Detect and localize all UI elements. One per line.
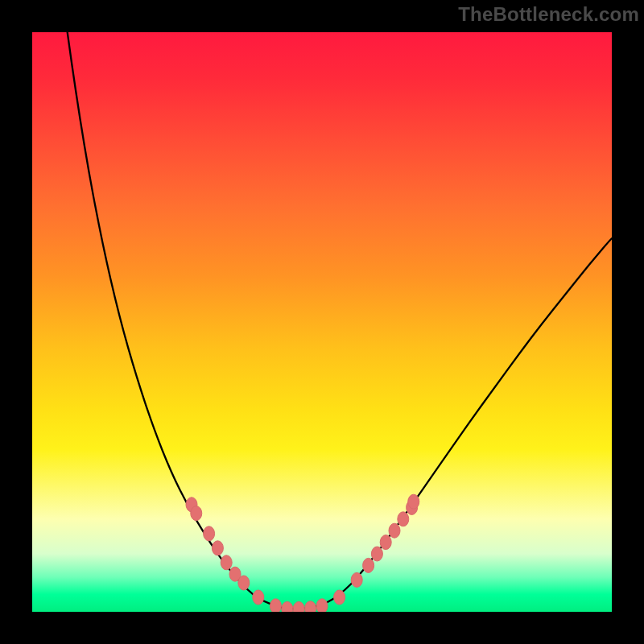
bottleneck-curve <box>32 32 612 609</box>
curve-marker <box>398 512 409 526</box>
watermark-text: TheBottleneck.com <box>458 3 639 26</box>
plot-svg <box>32 32 612 612</box>
curve-marker <box>293 601 304 612</box>
curve-marker <box>305 601 316 612</box>
curve-marker <box>408 494 419 509</box>
curve-marker <box>282 601 293 612</box>
curve-marker <box>270 599 281 612</box>
curve-marker <box>380 535 391 550</box>
curve-marker <box>204 526 215 541</box>
curve-marker <box>351 572 362 587</box>
curve-marker <box>334 590 345 605</box>
curve-marker <box>212 541 223 555</box>
curve-marker <box>221 555 232 570</box>
plot-area <box>32 32 612 612</box>
curve-marker <box>238 576 250 590</box>
curve-marker <box>363 558 374 572</box>
curve-marker <box>371 547 382 561</box>
curve-markers <box>186 494 419 612</box>
curve-marker <box>316 599 328 612</box>
chart-stage: TheBottleneck.com <box>0 0 644 644</box>
curve-marker <box>191 506 202 521</box>
curve-marker <box>253 590 264 605</box>
curve-marker <box>389 523 400 538</box>
